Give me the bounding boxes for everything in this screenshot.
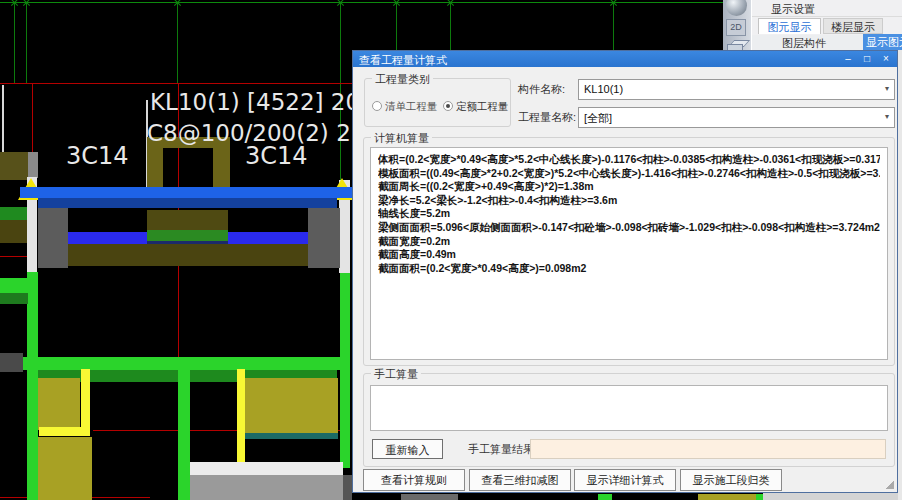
edge-strip — [245, 433, 338, 439]
bottom-strip-block — [763, 493, 902, 500]
axis-line-v — [613, 3, 614, 51]
bottom-strip-block — [401, 494, 458, 500]
manual-calculation-group: 手工算量 重新输入 手工算量结果= — [363, 373, 895, 467]
column-header-show[interactable]: 显示图元 — [863, 34, 902, 50]
axis-cross-icon — [446, 0, 455, 7]
radio-quota-quantity-label[interactable]: 定额工程量 — [456, 100, 509, 114]
app-window: KL10(1) [4522] 20 C8@100/200(2) 2 3C14 3… — [0, 0, 902, 500]
calc-line: 轴线长度=5.2m — [378, 207, 880, 221]
divider — [752, 16, 902, 17]
axis-line-v — [450, 3, 451, 51]
computer-calculation-textarea[interactable]: 体积=(0.2<宽度>*0.49<高度>*5.2<中心线长度>)-0.1176<… — [370, 147, 888, 360]
beam-annotation-line1: KL10(1) [4522] 20 — [150, 89, 360, 115]
column-header-layer[interactable]: 图层构件 — [782, 36, 826, 51]
red-axis-line — [0, 256, 28, 257]
calc-line: 截面宽度=0.2m — [378, 235, 880, 249]
column-block — [0, 353, 23, 372]
tab-floor-display[interactable]: 楼层显示 — [823, 18, 883, 34]
beam-band-dark — [38, 198, 337, 208]
calc-line: 截面周长=((0.2<宽度>+0.49<高度>)*2)=1.38m — [378, 180, 880, 194]
quantity-name-value: [全部] — [584, 111, 612, 126]
wall-stub-h — [0, 293, 28, 304]
group-label: 手工算量 — [371, 367, 421, 382]
slab-block — [147, 210, 228, 232]
group-label: 计算机算量 — [371, 131, 432, 146]
calc-line: 截面高度=0.49m — [378, 248, 880, 262]
table-header-row: 图层构件 显示图元 — [752, 35, 902, 50]
dialog-title: 查看工程量计算式 — [359, 53, 447, 68]
reset-input-button[interactable]: 重新输入 — [372, 439, 443, 459]
tab-element-display[interactable]: 图元显示 — [758, 18, 821, 34]
red-axis-line — [0, 83, 352, 84]
axis-cross-icon — [173, 0, 182, 7]
beam-band — [20, 187, 360, 198]
quantity-calculation-dialog: 查看工程量计算式 – □ × 工程量类别 清单工程量 定额工程量 构件名称: K… — [352, 50, 898, 493]
axis-line-v — [26, 3, 27, 83]
rebar-annotation: 3C14 — [245, 142, 308, 170]
calc-line: 梁侧面面积=5.096<原始侧面面积>-0.147<扣砼墙>-0.098<扣砖墙… — [378, 221, 880, 235]
chevron-down-icon[interactable]: ▾ — [885, 112, 889, 121]
beam-strip — [68, 232, 147, 244]
quantity-category-group: 工程量类别 清单工程量 定额工程量 — [364, 78, 511, 127]
wall-bar-v — [178, 357, 190, 500]
dialog-titlebar[interactable]: 查看工程量计算式 – □ × — [353, 51, 897, 67]
component-name-value: KL10(1) — [584, 83, 623, 95]
axis-line-v — [177, 3, 178, 84]
slab-band — [68, 244, 308, 266]
chevron-down-icon[interactable]: ▾ — [885, 84, 889, 93]
axis-cross-icon — [392, 0, 401, 7]
axis-cross-icon — [336, 0, 345, 7]
axis-cross-icon — [609, 0, 618, 7]
slab-block — [245, 378, 338, 433]
display-settings-panel: 显示设置 图元显示 楼层显示 图层构件 显示图元 — [751, 0, 902, 50]
calc-line: 梁净长=5.2<梁长>-1.2<扣柱>-0.4<扣构造柱>=3.6m — [378, 194, 880, 208]
wall-strip — [147, 230, 228, 241]
show-construction-section-button[interactable]: 显示施工段归类 — [680, 469, 782, 491]
rebar-line-v — [81, 369, 90, 429]
bottom-strip-block — [756, 494, 763, 500]
bottom-strip-block — [598, 494, 612, 500]
show-detailed-calc-button[interactable]: 显示详细计算式 — [574, 469, 676, 491]
orbit-3d-icon[interactable] — [726, 0, 747, 16]
radio-selected-dot — [446, 104, 450, 108]
radio-list-quantity-label[interactable]: 清单工程量 — [385, 100, 438, 114]
view-2d-button[interactable]: 2D — [726, 19, 746, 36]
manual-result-field[interactable] — [530, 439, 886, 459]
view-toolbar: 2D — [723, 0, 751, 50]
component-name-select[interactable]: KL10(1) ▾ — [578, 79, 895, 100]
wall-stub-h — [0, 278, 37, 294]
view-calc-rules-button[interactable]: 查看计算规则 — [363, 469, 465, 491]
radio-list-quantity[interactable] — [372, 101, 382, 111]
axis-line-v — [396, 3, 397, 51]
group-label: 工程量类别 — [372, 72, 433, 87]
slab-block — [0, 152, 28, 180]
wall-bar-v — [27, 272, 38, 500]
manual-calculation-input[interactable] — [370, 385, 888, 431]
maximize-icon[interactable]: □ — [858, 51, 876, 67]
computer-calculation-group: 计算机算量 体积=(0.2<宽度>*0.49<高度>*5.2<中心线长度>)-0… — [363, 137, 895, 366]
rebar-annotation: 3C14 — [66, 142, 129, 170]
slab-block — [38, 378, 80, 430]
floor-block — [190, 462, 343, 475]
rebar-line-v — [237, 369, 245, 463]
rebar-line-h — [39, 427, 90, 436]
column-block — [28, 152, 38, 178]
component-name-label: 构件名称: — [518, 82, 565, 97]
slab-block — [38, 437, 92, 500]
floor-block — [343, 475, 352, 500]
wall-block — [0, 207, 28, 220]
view-3d-deduction-button[interactable]: 查看三维扣减图 — [469, 469, 571, 491]
panel-gutter — [898, 50, 902, 500]
calc-line: 体积=(0.2<宽度>*0.49<高度>*5.2<中心线长度>)-0.1176<… — [378, 153, 880, 167]
resize-grip[interactable] — [884, 479, 894, 489]
column-block — [308, 208, 340, 268]
calc-line: 截面面积=(0.2<宽度>*0.49<高度>)=0.098m2 — [378, 262, 880, 276]
close-icon[interactable]: × — [877, 51, 895, 67]
axis-cross-icon — [10, 0, 19, 7]
calc-line: 模板面积=((0.49<高度>*2+0.2<宽度>)*5.2<中心线长度>)-1… — [378, 167, 880, 181]
minimize-icon[interactable]: – — [839, 51, 857, 67]
radio-quota-quantity[interactable] — [443, 101, 453, 111]
bottom-strip-block — [698, 494, 756, 500]
quantity-name-select[interactable]: [全部] ▾ — [578, 107, 895, 128]
quantity-name-label: 工程量名称: — [518, 110, 576, 125]
